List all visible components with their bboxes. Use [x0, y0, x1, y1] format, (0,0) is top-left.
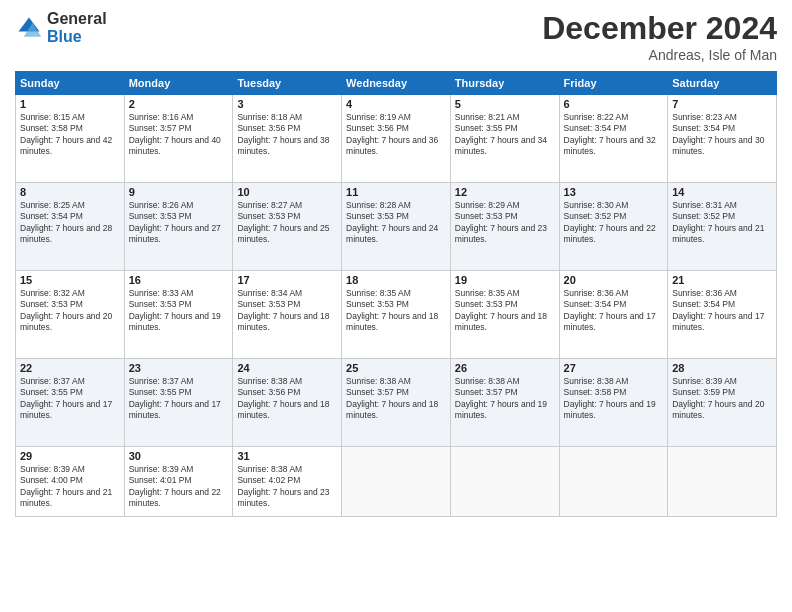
day-number: 4 — [346, 98, 446, 110]
table-row: 6 Sunrise: 8:22 AMSunset: 3:54 PMDayligh… — [559, 95, 668, 183]
day-number: 30 — [129, 450, 229, 462]
col-saturday: Saturday — [668, 72, 777, 95]
table-row — [342, 447, 451, 517]
day-number: 7 — [672, 98, 772, 110]
day-number: 27 — [564, 362, 664, 374]
day-info: Sunrise: 8:29 AMSunset: 3:53 PMDaylight:… — [455, 200, 555, 246]
day-info: Sunrise: 8:36 AMSunset: 3:54 PMDaylight:… — [672, 288, 772, 334]
table-row: 18 Sunrise: 8:35 AMSunset: 3:53 PMDaylig… — [342, 271, 451, 359]
day-number: 29 — [20, 450, 120, 462]
table-row: 1 Sunrise: 8:15 AMSunset: 3:58 PMDayligh… — [16, 95, 125, 183]
calendar-header-row: Sunday Monday Tuesday Wednesday Thursday… — [16, 72, 777, 95]
day-number: 21 — [672, 274, 772, 286]
table-row: 13 Sunrise: 8:30 AMSunset: 3:52 PMDaylig… — [559, 183, 668, 271]
day-info: Sunrise: 8:19 AMSunset: 3:56 PMDaylight:… — [346, 112, 446, 158]
day-number: 1 — [20, 98, 120, 110]
table-row: 7 Sunrise: 8:23 AMSunset: 3:54 PMDayligh… — [668, 95, 777, 183]
day-info: Sunrise: 8:15 AMSunset: 3:58 PMDaylight:… — [20, 112, 120, 158]
table-row: 17 Sunrise: 8:34 AMSunset: 3:53 PMDaylig… — [233, 271, 342, 359]
table-row: 14 Sunrise: 8:31 AMSunset: 3:52 PMDaylig… — [668, 183, 777, 271]
col-thursday: Thursday — [450, 72, 559, 95]
location-subtitle: Andreas, Isle of Man — [542, 47, 777, 63]
day-info: Sunrise: 8:27 AMSunset: 3:53 PMDaylight:… — [237, 200, 337, 246]
day-info: Sunrise: 8:22 AMSunset: 3:54 PMDaylight:… — [564, 112, 664, 158]
day-info: Sunrise: 8:37 AMSunset: 3:55 PMDaylight:… — [129, 376, 229, 422]
month-title: December 2024 — [542, 10, 777, 47]
day-info: Sunrise: 8:21 AMSunset: 3:55 PMDaylight:… — [455, 112, 555, 158]
day-number: 8 — [20, 186, 120, 198]
table-row: 21 Sunrise: 8:36 AMSunset: 3:54 PMDaylig… — [668, 271, 777, 359]
table-row: 12 Sunrise: 8:29 AMSunset: 3:53 PMDaylig… — [450, 183, 559, 271]
header: General Blue December 2024 Andreas, Isle… — [15, 10, 777, 63]
table-row: 8 Sunrise: 8:25 AMSunset: 3:54 PMDayligh… — [16, 183, 125, 271]
table-row: 29 Sunrise: 8:39 AMSunset: 4:00 PMDaylig… — [16, 447, 125, 517]
table-row: 5 Sunrise: 8:21 AMSunset: 3:55 PMDayligh… — [450, 95, 559, 183]
day-number: 24 — [237, 362, 337, 374]
title-block: December 2024 Andreas, Isle of Man — [542, 10, 777, 63]
day-info: Sunrise: 8:33 AMSunset: 3:53 PMDaylight:… — [129, 288, 229, 334]
day-number: 3 — [237, 98, 337, 110]
table-row: 10 Sunrise: 8:27 AMSunset: 3:53 PMDaylig… — [233, 183, 342, 271]
calendar-table: Sunday Monday Tuesday Wednesday Thursday… — [15, 71, 777, 517]
table-row — [668, 447, 777, 517]
table-row: 31 Sunrise: 8:38 AMSunset: 4:02 PMDaylig… — [233, 447, 342, 517]
day-info: Sunrise: 8:28 AMSunset: 3:53 PMDaylight:… — [346, 200, 446, 246]
table-row: 26 Sunrise: 8:38 AMSunset: 3:57 PMDaylig… — [450, 359, 559, 447]
day-info: Sunrise: 8:38 AMSunset: 4:02 PMDaylight:… — [237, 464, 337, 510]
table-row: 27 Sunrise: 8:38 AMSunset: 3:58 PMDaylig… — [559, 359, 668, 447]
day-number: 16 — [129, 274, 229, 286]
logo-general: General — [47, 10, 107, 28]
day-number: 26 — [455, 362, 555, 374]
table-row: 16 Sunrise: 8:33 AMSunset: 3:53 PMDaylig… — [124, 271, 233, 359]
day-number: 12 — [455, 186, 555, 198]
table-row: 30 Sunrise: 8:39 AMSunset: 4:01 PMDaylig… — [124, 447, 233, 517]
table-row: 25 Sunrise: 8:38 AMSunset: 3:57 PMDaylig… — [342, 359, 451, 447]
logo: General Blue — [15, 10, 107, 45]
day-info: Sunrise: 8:38 AMSunset: 3:56 PMDaylight:… — [237, 376, 337, 422]
logo-blue: Blue — [47, 28, 107, 46]
day-number: 18 — [346, 274, 446, 286]
day-number: 11 — [346, 186, 446, 198]
day-number: 15 — [20, 274, 120, 286]
day-info: Sunrise: 8:38 AMSunset: 3:57 PMDaylight:… — [346, 376, 446, 422]
day-number: 25 — [346, 362, 446, 374]
table-row: 24 Sunrise: 8:38 AMSunset: 3:56 PMDaylig… — [233, 359, 342, 447]
day-info: Sunrise: 8:31 AMSunset: 3:52 PMDaylight:… — [672, 200, 772, 246]
table-row: 15 Sunrise: 8:32 AMSunset: 3:53 PMDaylig… — [16, 271, 125, 359]
day-number: 6 — [564, 98, 664, 110]
col-sunday: Sunday — [16, 72, 125, 95]
day-number: 14 — [672, 186, 772, 198]
col-wednesday: Wednesday — [342, 72, 451, 95]
table-row: 28 Sunrise: 8:39 AMSunset: 3:59 PMDaylig… — [668, 359, 777, 447]
day-number: 20 — [564, 274, 664, 286]
day-info: Sunrise: 8:38 AMSunset: 3:57 PMDaylight:… — [455, 376, 555, 422]
table-row: 9 Sunrise: 8:26 AMSunset: 3:53 PMDayligh… — [124, 183, 233, 271]
day-info: Sunrise: 8:23 AMSunset: 3:54 PMDaylight:… — [672, 112, 772, 158]
day-number: 2 — [129, 98, 229, 110]
day-number: 10 — [237, 186, 337, 198]
table-row: 22 Sunrise: 8:37 AMSunset: 3:55 PMDaylig… — [16, 359, 125, 447]
page: General Blue December 2024 Andreas, Isle… — [0, 0, 792, 612]
day-info: Sunrise: 8:39 AMSunset: 3:59 PMDaylight:… — [672, 376, 772, 422]
day-number: 22 — [20, 362, 120, 374]
col-friday: Friday — [559, 72, 668, 95]
day-info: Sunrise: 8:32 AMSunset: 3:53 PMDaylight:… — [20, 288, 120, 334]
table-row: 2 Sunrise: 8:16 AMSunset: 3:57 PMDayligh… — [124, 95, 233, 183]
day-info: Sunrise: 8:36 AMSunset: 3:54 PMDaylight:… — [564, 288, 664, 334]
day-info: Sunrise: 8:25 AMSunset: 3:54 PMDaylight:… — [20, 200, 120, 246]
table-row: 3 Sunrise: 8:18 AMSunset: 3:56 PMDayligh… — [233, 95, 342, 183]
day-info: Sunrise: 8:35 AMSunset: 3:53 PMDaylight:… — [455, 288, 555, 334]
table-row: 23 Sunrise: 8:37 AMSunset: 3:55 PMDaylig… — [124, 359, 233, 447]
day-number: 5 — [455, 98, 555, 110]
day-info: Sunrise: 8:18 AMSunset: 3:56 PMDaylight:… — [237, 112, 337, 158]
day-info: Sunrise: 8:39 AMSunset: 4:01 PMDaylight:… — [129, 464, 229, 510]
table-row: 19 Sunrise: 8:35 AMSunset: 3:53 PMDaylig… — [450, 271, 559, 359]
day-info: Sunrise: 8:37 AMSunset: 3:55 PMDaylight:… — [20, 376, 120, 422]
table-row — [559, 447, 668, 517]
logo-icon — [15, 14, 43, 42]
day-number: 31 — [237, 450, 337, 462]
day-number: 17 — [237, 274, 337, 286]
col-tuesday: Tuesday — [233, 72, 342, 95]
day-number: 23 — [129, 362, 229, 374]
day-number: 19 — [455, 274, 555, 286]
